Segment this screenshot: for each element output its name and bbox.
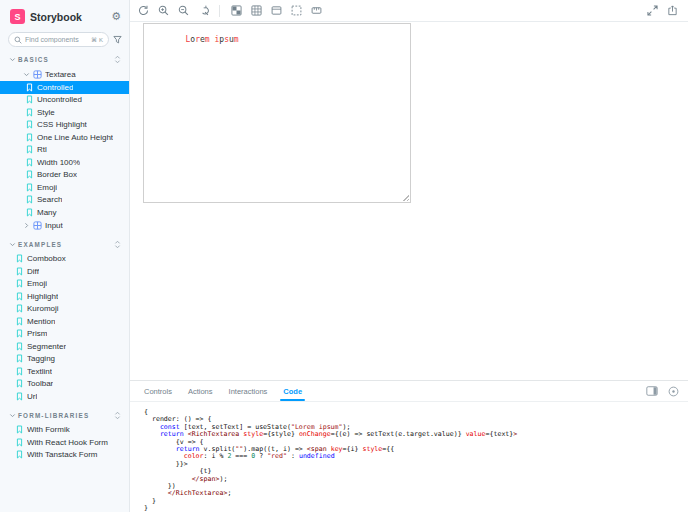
sidebar-story-controlled[interactable]: Controlled (0, 81, 129, 94)
sidebar-story-textlint[interactable]: Textlint (0, 365, 129, 378)
story-bookmark-icon (16, 329, 23, 338)
section-header-form-libraries[interactable]: FORM-LIBRARIES (0, 410, 129, 421)
open-external-icon[interactable] (666, 5, 678, 17)
zoom-out-icon[interactable] (177, 5, 189, 17)
code-line: color: i % 2 === 0 ? "red" : undefined (144, 453, 688, 460)
sidebar-story-url[interactable]: Url (0, 390, 129, 403)
sidebar-story-width-100[interactable]: Width 100% (0, 156, 129, 169)
section-header-examples[interactable]: EXAMPLES (0, 239, 129, 250)
fullscreen-icon[interactable] (646, 5, 658, 17)
tab-interactions[interactable]: Interactions (221, 381, 276, 401)
sidebar-item-label: With Tanstack Form (27, 450, 98, 459)
brand-title[interactable]: Storybook (30, 11, 82, 23)
panel-position-icon[interactable] (646, 385, 658, 397)
story-bookmark-icon (16, 267, 23, 276)
settings-gear-icon[interactable]: ⚙ (111, 11, 121, 22)
sidebar-item-label: Textarea (45, 70, 76, 79)
sidebar-item-label: Uncontrolled (37, 95, 82, 104)
sidebar-story-tagging[interactable]: Tagging (0, 353, 129, 366)
sidebar-story-uncontrolled[interactable]: Uncontrolled (0, 94, 129, 107)
story-bookmark-icon (16, 425, 23, 434)
sidebar-story-emoji[interactable]: Emoji (0, 278, 129, 291)
story-bookmark-icon (26, 95, 33, 104)
collapse-panel-icon[interactable] (667, 385, 679, 397)
zoom-reset-icon[interactable] (197, 5, 209, 17)
code-token: ); (219, 475, 227, 483)
sidebar-item-label: With React Hook Form (27, 438, 108, 447)
sidebar-component-input[interactable]: Input (0, 219, 129, 232)
sidebar-item-label: Textlint (27, 367, 52, 376)
code-token: ; (227, 489, 231, 497)
sidebar-story-many[interactable]: Many (0, 206, 129, 219)
code-token: ? (255, 452, 267, 460)
sidebar-item-label: Emoji (37, 183, 57, 192)
tab-actions[interactable]: Actions (180, 381, 221, 401)
search-shortcut: ⌘ K (91, 36, 103, 43)
sidebar-story-with-formik[interactable]: With Formik (0, 424, 129, 437)
sidebar-story-toolbar[interactable]: Toolbar (0, 378, 129, 391)
sidebar-story-kuromoji[interactable]: Kuromoji (0, 303, 129, 316)
chevron-down-icon (8, 241, 16, 248)
story-bookmark-icon (16, 279, 23, 288)
textarea-resize-handle[interactable] (401, 193, 409, 201)
zoom-in-icon[interactable] (157, 5, 169, 17)
sidebar-story-css-highlight[interactable]: CSS Highlight (0, 119, 129, 132)
tab-controls[interactable]: Controls (136, 381, 180, 401)
search-box[interactable]: ⌘ K (8, 32, 109, 47)
sidebar-story-combobox[interactable]: Combobox (0, 253, 129, 266)
story-bookmark-icon (16, 367, 23, 376)
measure-icon[interactable] (310, 5, 322, 17)
story-bookmark-icon (26, 145, 33, 154)
background-icon[interactable] (230, 5, 242, 17)
story-bookmark-icon (26, 195, 33, 204)
tag-filter-icon[interactable] (113, 35, 122, 44)
grid-icon[interactable] (250, 5, 262, 17)
sidebar-story-highlight[interactable]: Highlight (0, 290, 129, 303)
sidebar-story-prism[interactable]: Prism (0, 328, 129, 341)
sidebar-item-label: Kuromoji (27, 304, 59, 313)
viewport-icon[interactable] (270, 5, 282, 17)
sidebar-story-style[interactable]: Style (0, 106, 129, 119)
sidebar-story-segmenter[interactable]: Segmenter (0, 340, 129, 353)
sidebar-item-label: With Formik (27, 425, 70, 434)
section-items-form-libraries: With FormikWith React Hook FormWith Tans… (0, 424, 129, 462)
search-icon (14, 36, 22, 44)
sidebar-item-label: One Line Auto Height (37, 133, 113, 142)
section-header-basics[interactable]: BASICS (0, 54, 129, 65)
code-token: > (513, 430, 517, 438)
code-token: ={i} (343, 445, 363, 453)
code-token: style (362, 445, 382, 453)
collapse-all-icon (114, 55, 121, 64)
sidebar-component-textarea[interactable]: Textarea (0, 68, 129, 81)
search-input[interactable] (25, 36, 88, 43)
code-token: undefined (299, 452, 335, 460)
sidebar-story-with-react-hook-form[interactable]: With React Hook Form (0, 436, 129, 449)
sidebar-story-search[interactable]: Search (0, 194, 129, 207)
code-token: ={style} (263, 430, 299, 438)
outline-icon[interactable] (290, 5, 302, 17)
story-bookmark-icon (16, 317, 23, 326)
code-token: : (287, 452, 299, 460)
code-line: } (144, 498, 688, 505)
sidebar-header: S Storybook ⚙ (0, 0, 129, 24)
tab-code[interactable]: Code (275, 381, 310, 401)
storybook-logo-icon[interactable]: S (10, 9, 25, 24)
sidebar-story-emoji[interactable]: Emoji (0, 181, 129, 194)
sidebar-item-label: Tagging (27, 354, 55, 363)
code-token: onChange (299, 430, 331, 438)
sidebar-item-label: Search (37, 195, 62, 204)
remount-icon[interactable] (137, 5, 149, 17)
story-bookmark-icon (26, 83, 33, 92)
section-label: EXAMPLES (18, 241, 62, 248)
story-textarea[interactable]: Lorem ipsum (143, 23, 411, 203)
sidebar-story-one-line-auto-height[interactable]: One Line Auto Height (0, 131, 129, 144)
sidebar-story-with-tanstack-form[interactable]: With Tanstack Form (0, 449, 129, 462)
story-bookmark-icon (16, 342, 23, 351)
sidebar-item-label: Rtl (37, 145, 47, 154)
sidebar-story-border-box[interactable]: Border Box (0, 169, 129, 182)
sidebar-story-mention[interactable]: Mention (0, 315, 129, 328)
chevron-down-icon (8, 56, 16, 63)
code-line: </RichTextarea>; (144, 490, 688, 497)
sidebar-story-rtl[interactable]: Rtl (0, 144, 129, 157)
sidebar-story-diff[interactable]: Diff (0, 265, 129, 278)
